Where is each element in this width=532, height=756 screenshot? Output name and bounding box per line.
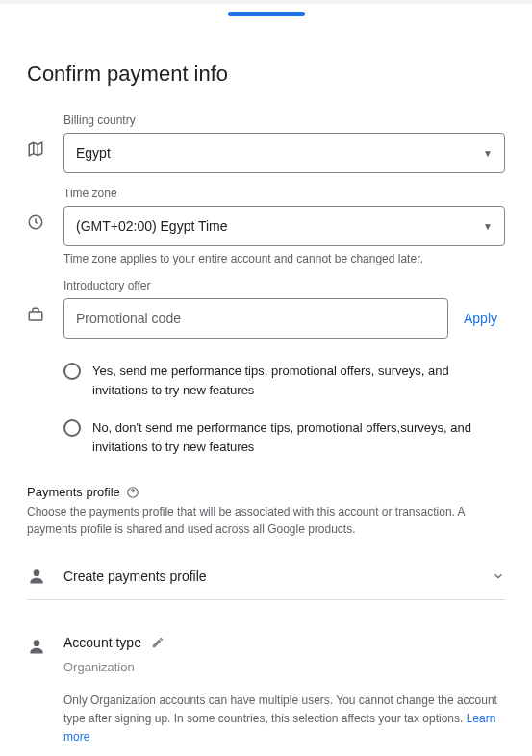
billing-country-label: Billing country [63,113,505,127]
svg-point-3 [34,569,40,576]
create-profile-label: Create payments profile [63,568,492,584]
billing-country-value: Egypt [76,145,111,161]
payments-profile-desc: Choose the payments profile that will be… [27,503,505,538]
payments-profile-title: Payments profile [27,485,505,499]
radio-no-label: No, don't send me performance tips, prom… [92,418,505,456]
radio-circle-icon [63,419,81,437]
person-icon [27,637,46,656]
account-type-value: Organization [63,660,505,674]
billing-country-select[interactable]: Egypt ▼ [63,133,505,173]
promo-code-input[interactable]: Promotional code [63,298,448,339]
radio-yes-label: Yes, send me performance tips, promotion… [92,362,505,399]
clock-icon [27,214,44,231]
apply-button[interactable]: Apply [464,311,505,326]
chevron-down-icon: ▼ [483,221,493,232]
radio-no[interactable]: No, don't send me performance tips, prom… [63,418,505,456]
promo-placeholder: Promotional code [76,311,181,326]
timezone-select[interactable]: (GMT+02:00) Egypt Time ▼ [63,206,505,246]
radio-circle-icon [63,363,81,380]
account-type-label: Account type [63,635,141,650]
svg-rect-1 [29,312,42,320]
offer-label: Introductory offer [63,279,505,292]
progress-indicator [228,12,305,16]
top-divider [0,0,532,4]
timezone-value: (GMT+02:00) Egypt Time [76,218,228,234]
timezone-label: Time zone [63,187,505,200]
svg-point-4 [34,640,40,646]
account-type-desc: Only Organization accounts can have mult… [63,692,505,747]
radio-yes[interactable]: Yes, send me performance tips, promotion… [63,362,505,399]
map-icon [27,140,44,158]
pencil-icon[interactable] [151,636,165,649]
create-payments-profile[interactable]: Create payments profile [27,553,505,600]
chevron-down-icon [492,569,505,583]
timezone-helper: Time zone applies to your entire account… [63,252,505,265]
person-icon [27,567,46,586]
chevron-down-icon: ▼ [483,148,493,159]
page-title: Confirm payment info [27,62,505,87]
help-icon[interactable] [126,486,139,499]
briefcase-icon [27,306,44,323]
